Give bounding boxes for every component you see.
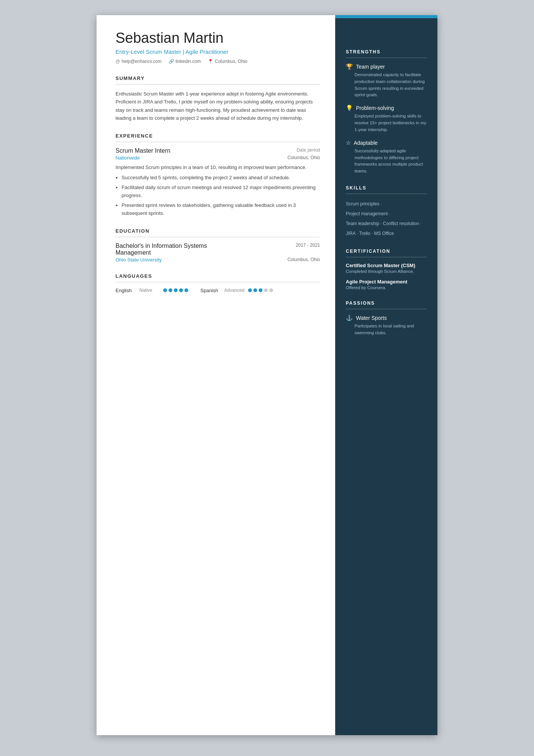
- dot-s1: [248, 288, 252, 292]
- job-bullets-list: Successfully led 5 sprints, completing t…: [116, 174, 320, 217]
- edu-header-row: Bachelor's in Information Systems Manage…: [116, 243, 320, 256]
- dot-e1: [163, 288, 167, 292]
- strength-team-player-desc: Demonstrated capacity to facilitate prod…: [346, 72, 427, 99]
- skills-title: SKILLS: [346, 185, 427, 191]
- summary-title: SUMMARY: [116, 75, 320, 81]
- strength-problem-solving-desc: Employed problem-solving skills to resol…: [346, 113, 427, 133]
- experience-title: EXPERIENCE: [116, 133, 320, 139]
- edu-degree: Bachelor's in Information Systems Manage…: [116, 243, 229, 256]
- cert-csm-desc: Completed through Scrum Alliance.: [346, 269, 427, 274]
- lang-dots-english: [163, 288, 188, 292]
- edu-school: Ohio State University: [116, 257, 162, 263]
- skills-section: SKILLS Scrum principles · Project manage…: [346, 185, 427, 238]
- strengths-section: STRENGTHS 🏆 Team player Demonstrated cap…: [346, 49, 427, 175]
- strengths-title: STRENGTHS: [346, 49, 427, 55]
- resume-wrapper: Sebastian Martin Entry-Level Scrum Maste…: [97, 15, 437, 735]
- certification-divider: [346, 257, 427, 257]
- dot-e2: [169, 288, 172, 292]
- cert-agile: Agile Project Management Offered by Cour…: [346, 279, 427, 290]
- lang-dots-spanish: [248, 288, 273, 292]
- strength-problem-solving-title: Problem-solving: [356, 105, 394, 111]
- lang-name-spanish: Spanish: [200, 288, 221, 293]
- cert-csm: Certified Scrum Master (CSM) Completed t…: [346, 263, 427, 274]
- job-header-row: Scrum Master Intern Date period: [116, 147, 320, 154]
- cert-agile-desc: Offered by Coursera.: [346, 285, 427, 290]
- languages-title: LANGUAGES: [116, 273, 320, 279]
- job-company-row: Nationwide Columbus, Ohio: [116, 155, 320, 161]
- dot-s5: [269, 288, 273, 292]
- bullet-2: Facilitated daily scrum of scrum meeting…: [122, 183, 320, 200]
- dot-e4: [179, 288, 183, 292]
- strength-adaptable-header: ☆ Adaptable: [346, 139, 427, 146]
- passions-section: PASSIONS ⚓ Water Sports Participates in …: [346, 301, 427, 337]
- education-title: EDUCATION: [116, 228, 320, 234]
- candidate-name: Sebastian Martin: [116, 30, 320, 46]
- strength-adaptable-title: Adaptable: [354, 140, 378, 146]
- star-icon: ☆: [346, 139, 351, 146]
- passions-divider: [346, 309, 427, 309]
- experience-divider: [116, 142, 320, 142]
- education-divider: [116, 237, 320, 237]
- candidate-title: Entry-Level Scrum Master | Agile Practit…: [116, 49, 320, 55]
- dot-e3: [174, 288, 178, 292]
- email-contact: @ help@enhancv.com: [116, 59, 162, 64]
- location-value: Columbus, Ohio: [215, 59, 247, 64]
- summary-divider: [116, 84, 320, 85]
- summary-section: SUMMARY Enthusiastic Scrum Master with 1…: [116, 75, 320, 122]
- edu-location: Columbus, Ohio: [287, 257, 320, 262]
- header-section: Sebastian Martin Entry-Level Scrum Maste…: [116, 30, 320, 64]
- skill-line-4: JIRA · Trello · MS Office: [346, 229, 427, 238]
- strength-problem-solving: 💡 Problem-solving Employed problem-solvi…: [346, 105, 427, 133]
- passion-water-sports: ⚓ Water Sports Participates in local sai…: [346, 315, 427, 337]
- dot-s2: [253, 288, 257, 292]
- skills-divider: [346, 194, 427, 194]
- lang-name-english: English: [116, 288, 136, 293]
- strengths-divider: [346, 58, 427, 58]
- lang-level-spanish: Advanced: [224, 288, 245, 293]
- passion-water-sports-header: ⚓ Water Sports: [346, 315, 427, 321]
- strength-problem-solving-header: 💡 Problem-solving: [346, 105, 427, 111]
- edu-school-row: Ohio State University Columbus, Ohio: [116, 257, 320, 263]
- education-section: EDUCATION Bachelor's in Information Syst…: [116, 228, 320, 263]
- anchor-icon: ⚓: [346, 315, 353, 321]
- strength-adaptable: ☆ Adaptable Successfully adapted agile m…: [346, 139, 427, 175]
- dot-s4: [264, 288, 268, 292]
- bullet-3: Presented sprint reviews to stakeholders…: [122, 201, 320, 218]
- email-value: help@enhancv.com: [122, 59, 161, 64]
- skill-line-3: Team leadership · Conflict resolution ·: [346, 219, 427, 228]
- linkedin-contact: 🔗 linkedin.com: [169, 59, 201, 64]
- languages-row: English Native Spanish Advanced: [116, 288, 320, 293]
- location-contact: 📍 Columbus, Ohio: [208, 59, 247, 64]
- summary-text: Enthusiastic Scrum Master with 1-year ex…: [116, 90, 320, 122]
- left-column: Sebastian Martin Entry-Level Scrum Maste…: [97, 15, 335, 735]
- passions-title: PASSIONS: [346, 301, 427, 306]
- contact-row: @ help@enhancv.com 🔗 linkedin.com 📍 Colu…: [116, 59, 320, 64]
- strength-adaptable-desc: Successfully adapted agile methodologies…: [346, 148, 427, 175]
- job-location: Columbus, Ohio: [287, 155, 320, 160]
- skills-list: Scrum principles · Project management · …: [346, 199, 427, 238]
- passion-water-sports-desc: Participates in local sailing and swimmi…: [346, 323, 427, 337]
- lang-level-english: Native: [139, 288, 160, 293]
- passion-water-sports-title: Water Sports: [356, 315, 387, 321]
- job-title: Scrum Master Intern: [116, 147, 170, 154]
- languages-section: LANGUAGES English Native: [116, 273, 320, 293]
- email-icon: @: [116, 59, 120, 64]
- top-accent-bar: [335, 15, 437, 18]
- edu-date: 2017 - 2021: [296, 243, 320, 248]
- skill-line-1: Scrum principles ·: [346, 199, 427, 208]
- strength-team-player: 🏆 Team player Demonstrated capacity to f…: [346, 63, 427, 99]
- resume-container: Sebastian Martin Entry-Level Scrum Maste…: [97, 15, 437, 735]
- language-english: English Native: [116, 288, 188, 293]
- right-column: STRENGTHS 🏆 Team player Demonstrated cap…: [335, 15, 437, 735]
- dot-s3: [259, 288, 262, 292]
- language-spanish: Spanish Advanced: [200, 288, 273, 293]
- strength-team-player-header: 🏆 Team player: [346, 63, 427, 70]
- job-date: Date period: [297, 147, 320, 153]
- cert-csm-title: Certified Scrum Master (CSM): [346, 263, 427, 268]
- skill-line-2: Project management ·: [346, 209, 427, 218]
- bullet-1: Successfully led 5 sprints, completing t…: [122, 174, 320, 182]
- experience-section: EXPERIENCE Scrum Master Intern Date peri…: [116, 133, 320, 218]
- cert-agile-title: Agile Project Management: [346, 279, 427, 285]
- certification-section: CERTIFICATION Certified Scrum Master (CS…: [346, 249, 427, 290]
- certification-title: CERTIFICATION: [346, 249, 427, 254]
